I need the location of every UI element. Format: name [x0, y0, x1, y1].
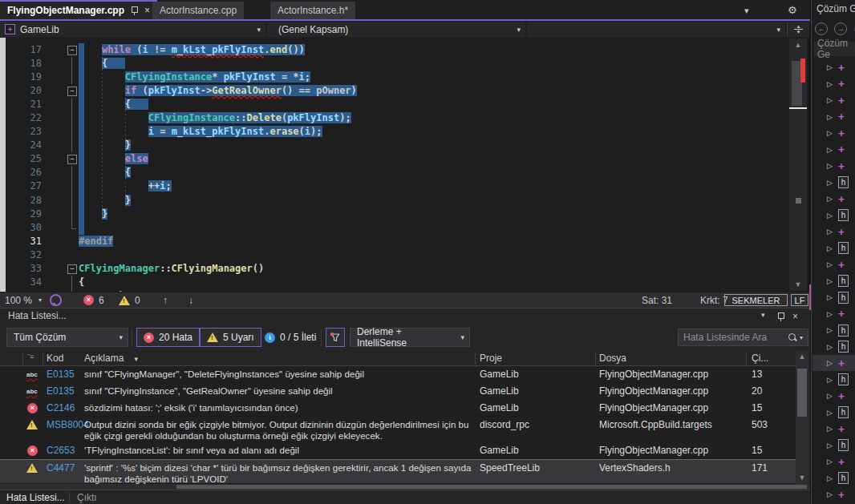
tree-item[interactable]: ▷h — [812, 372, 855, 388]
tree-item[interactable]: ▷h — [812, 470, 855, 486]
fold-margin[interactable] — [47, 111, 79, 125]
expand-arrow-icon[interactable]: ▷ — [827, 490, 838, 498]
code-line[interactable]: 26 { — [0, 166, 789, 179]
messages-toggle-button[interactable]: i 0 / 5 İleti — [258, 328, 322, 347]
code-line[interactable]: 33−CFlyingManager::CFlyingManager() — [0, 262, 789, 276]
expand-arrow-icon[interactable]: ▷ — [827, 146, 838, 154]
forward-icon[interactable]: → — [834, 22, 847, 35]
fold-margin[interactable] — [47, 57, 79, 71]
fold-collapse-icon[interactable]: − — [67, 155, 77, 164]
tree-item[interactable]: ▷+ — [812, 109, 855, 125]
document-tab[interactable]: ActorInstance.h* — [270, 2, 355, 19]
expand-arrow-icon[interactable]: ▷ — [827, 425, 838, 433]
error-row[interactable]: MSB8004Output dizini sonda bir eğik çizg… — [0, 417, 796, 442]
tree-item[interactable]: ▷+ — [812, 306, 855, 322]
close-icon[interactable]: × — [792, 311, 798, 322]
code-line[interactable]: 23 i = m_kLst_pkFlyInst.erase(i); — [0, 125, 789, 139]
tree-item[interactable]: ▷h — [812, 339, 855, 355]
expand-arrow-icon[interactable]: ▷ — [827, 195, 838, 203]
column-header-project[interactable]: Proje — [480, 353, 502, 364]
tree-item[interactable]: ▷+ — [812, 486, 855, 502]
errors-toggle-button[interactable]: 20 Hata — [136, 328, 200, 347]
error-row[interactable]: C2146sözdizimi hatası: ';' eksik ('i' ta… — [0, 400, 796, 417]
error-row[interactable]: C4477'sprintf' : '%s' biçim dizesi 'char… — [0, 459, 796, 484]
grid-vertical-scrollbar[interactable]: ▲ ▼ — [796, 351, 808, 484]
code-line[interactable]: 31#endif — [0, 235, 789, 248]
fold-margin[interactable] — [47, 221, 79, 235]
error-row[interactable]: abcE0135sınıf "CFlyingInstance", "GetRea… — [0, 383, 796, 400]
column-header-description[interactable]: Açıklama ▼ — [84, 353, 140, 364]
tree-item[interactable]: ▷+ — [812, 454, 855, 470]
member-dropdown[interactable]: ▾ — [527, 22, 785, 37]
fold-collapse-icon[interactable]: − — [67, 87, 77, 96]
expand-arrow-icon[interactable]: ▷ — [827, 343, 838, 351]
tree-item[interactable]: ▷+ — [812, 76, 855, 92]
tree-item[interactable]: ▷+ — [812, 224, 855, 240]
code-health-indicator[interactable] — [50, 292, 62, 308]
expand-arrow-icon[interactable]: ▷ — [827, 63, 838, 71]
fold-collapse-icon[interactable]: − — [67, 264, 77, 274]
zoom-dropdown[interactable]: 100 % ▾ — [5, 292, 42, 308]
close-icon[interactable]: × — [144, 5, 150, 16]
code-line[interactable]: 25− else — [0, 152, 789, 166]
code-line[interactable]: 18 { — [0, 57, 789, 71]
fold-margin[interactable] — [47, 179, 79, 193]
expand-arrow-icon[interactable]: ▷ — [827, 326, 838, 334]
expand-arrow-icon[interactable]: ▷ — [827, 129, 838, 137]
expand-arrow-icon[interactable]: ▷ — [827, 392, 838, 400]
fold-margin[interactable] — [47, 139, 79, 152]
fold-margin[interactable] — [47, 166, 79, 179]
pin-icon[interactable] — [131, 6, 138, 15]
gear-icon[interactable]: ⚙ — [788, 4, 797, 16]
tree-item[interactable]: ▷h — [812, 208, 855, 224]
code-line[interactable]: 21 { — [0, 98, 789, 111]
fold-margin[interactable] — [47, 71, 79, 84]
fold-margin[interactable]: − — [47, 43, 79, 57]
document-tab[interactable]: FlyingObjectManager.cpp× — [0, 0, 157, 19]
code-line[interactable]: 29 } — [0, 208, 789, 221]
fold-margin[interactable]: − — [47, 262, 79, 276]
code-line[interactable]: 28 } — [0, 194, 789, 208]
grid-horizontal-scrollbar[interactable] — [0, 484, 810, 490]
expand-arrow-icon[interactable]: ▷ — [827, 228, 838, 236]
code-editor[interactable]: 17− while (i != m_kLst_pkFlyInst.end())1… — [0, 38, 808, 292]
document-warnings[interactable]: 0 — [119, 292, 140, 308]
tree-item[interactable]: ▷h — [812, 437, 855, 454]
document-errors[interactable]: 6 — [83, 292, 104, 308]
back-icon[interactable]: ← — [815, 22, 828, 35]
scroll-down-icon[interactable]: ▼ — [796, 474, 808, 482]
scrollbar-thumb[interactable] — [797, 369, 807, 417]
tree-item[interactable]: ▷+ — [812, 388, 855, 404]
error-list-search-input[interactable]: Hata Listesinde Ara ▾ — [678, 329, 808, 346]
column-header-code[interactable]: Kod — [47, 353, 63, 364]
expand-arrow-icon[interactable]: ▷ — [827, 293, 838, 301]
expand-arrow-icon[interactable]: ▷ — [827, 260, 838, 268]
fold-margin[interactable]: − — [47, 152, 79, 166]
expand-arrow-icon[interactable]: ▷ — [827, 474, 838, 482]
document-tab[interactable]: ActorInstance.cpp — [152, 2, 244, 19]
tree-item[interactable]: ▷h — [812, 322, 855, 338]
code-line[interactable]: 19 CFlyingInstance* pkFlyInst = *i; — [0, 71, 789, 84]
editor-vertical-scrollbar[interactable]: ▲ ▼ — [789, 38, 807, 291]
fold-margin[interactable] — [47, 235, 79, 248]
tree-item[interactable]: ▷h — [812, 240, 855, 256]
tree-item[interactable]: ▷+ — [812, 142, 855, 158]
fold-margin[interactable] — [47, 194, 79, 208]
expand-arrow-icon[interactable]: ▷ — [827, 442, 838, 450]
code-line[interactable]: 22 CFlyingInstance::Delete(pkFlyInst); — [0, 111, 789, 125]
tree-item[interactable]: ▷+ — [812, 256, 855, 272]
warnings-toggle-button[interactable]: 5 Uyarı — [200, 328, 261, 347]
pin-icon[interactable] — [777, 312, 784, 321]
prev-issue-button[interactable]: ↑ — [163, 292, 168, 308]
fold-margin[interactable] — [47, 98, 79, 111]
fold-margin[interactable] — [47, 125, 79, 139]
type-scope-dropdown[interactable]: (Genel Kapsam) ▾ — [267, 22, 525, 37]
tab-output[interactable]: Çıktı — [77, 492, 97, 503]
expand-arrow-icon[interactable]: ▷ — [827, 113, 838, 121]
chevron-down-icon[interactable]: ▾ — [744, 6, 749, 16]
scrollbar-thumb[interactable] — [176, 485, 807, 489]
next-issue-button[interactable]: ↓ — [188, 292, 193, 308]
scope-filter-dropdown[interactable]: Tüm Çözüm ▾ — [6, 328, 128, 347]
tree-item[interactable]: ▷+ — [812, 158, 855, 174]
code-lines[interactable]: 17− while (i != m_kLst_pkFlyInst.end())1… — [0, 43, 789, 292]
